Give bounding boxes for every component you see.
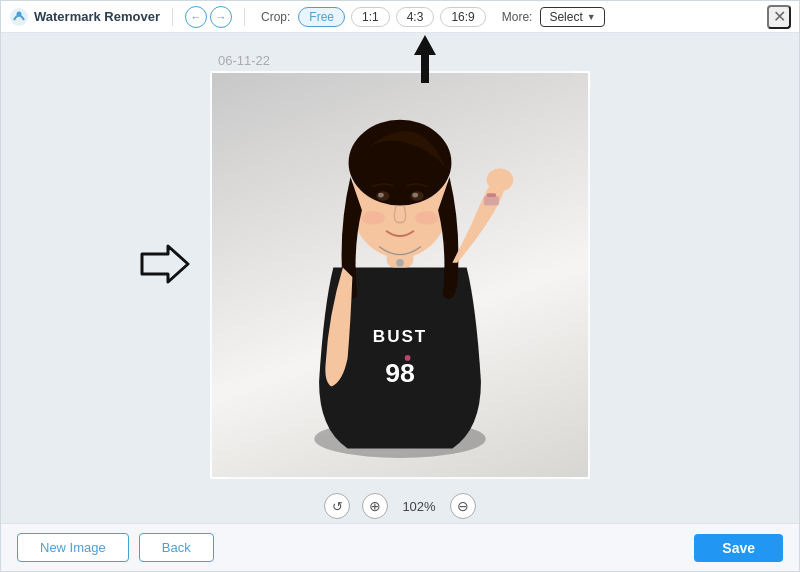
svg-point-7 (405, 355, 411, 361)
select-dropdown-button[interactable]: Select ▼ (540, 7, 604, 27)
right-arrow-indicator (138, 244, 190, 288)
new-image-button[interactable]: New Image (17, 533, 129, 562)
zoom-bar: ↺ ⊕ 102% ⊖ (1, 487, 799, 525)
svg-text:98: 98 (385, 358, 415, 388)
photo-background: BUST 98 (212, 73, 588, 477)
person-illustration: BUST 98 (260, 77, 540, 477)
zoom-in-icon: ⊕ (369, 498, 381, 514)
svg-point-11 (487, 169, 514, 192)
svg-marker-2 (414, 35, 436, 83)
zoom-out-button[interactable]: ⊖ (450, 493, 476, 519)
svg-rect-13 (487, 194, 497, 198)
svg-point-19 (362, 212, 385, 225)
main-area: 06-11-22 (1, 33, 799, 525)
title-bar: Watermark Remover ← → Crop: Free 1:1 4:3… (1, 1, 799, 33)
svg-point-17 (378, 193, 384, 198)
right-arrow-svg (138, 244, 190, 284)
svg-marker-21 (142, 246, 188, 282)
crop-free-button[interactable]: Free (298, 7, 345, 27)
photo-wrapper: BUST 98 (210, 71, 590, 479)
zoom-out-icon: ⊖ (457, 498, 469, 514)
svg-rect-12 (484, 196, 499, 206)
app-title: Watermark Remover (34, 9, 160, 24)
close-button[interactable]: ✕ (767, 5, 791, 29)
divider2 (244, 8, 245, 26)
save-button[interactable]: Save (694, 534, 783, 562)
crop-16-9-button[interactable]: 16:9 (440, 7, 485, 27)
image-canvas: 06-11-22 (210, 53, 590, 479)
reset-icon: ↺ (332, 499, 343, 514)
divider (172, 8, 173, 26)
svg-point-1 (17, 11, 22, 16)
zoom-percentage: 102% (400, 499, 438, 514)
nav-forward-button[interactable]: → (210, 6, 232, 28)
zoom-reset-button[interactable]: ↺ (324, 493, 350, 519)
svg-point-20 (415, 212, 438, 225)
svg-point-14 (396, 259, 404, 267)
dropdown-arrow-icon: ▼ (587, 12, 596, 22)
crop-4-3-button[interactable]: 4:3 (396, 7, 435, 27)
zoom-in-button[interactable]: ⊕ (362, 493, 388, 519)
svg-text:BUST: BUST (373, 326, 427, 346)
crop-options: Free 1:1 4:3 16:9 (298, 7, 485, 27)
crop-1-1-button[interactable]: 1:1 (351, 7, 390, 27)
bottom-bar: New Image Back Save (1, 523, 799, 571)
left-actions: New Image Back (17, 533, 214, 562)
more-label: More: (502, 10, 533, 24)
crop-label: Crop: (261, 10, 290, 24)
up-arrow-indicator (410, 33, 440, 85)
date-stamp: 06-11-22 (218, 53, 270, 68)
nav-arrows: ← → (185, 6, 232, 28)
app-logo-icon (9, 7, 29, 27)
nav-back-button[interactable]: ← (185, 6, 207, 28)
select-label: Select (549, 10, 582, 24)
app-logo: Watermark Remover (9, 7, 160, 27)
back-button[interactable]: Back (139, 533, 214, 562)
svg-point-18 (412, 193, 418, 198)
up-arrow-svg (410, 33, 440, 85)
svg-point-0 (10, 8, 28, 26)
